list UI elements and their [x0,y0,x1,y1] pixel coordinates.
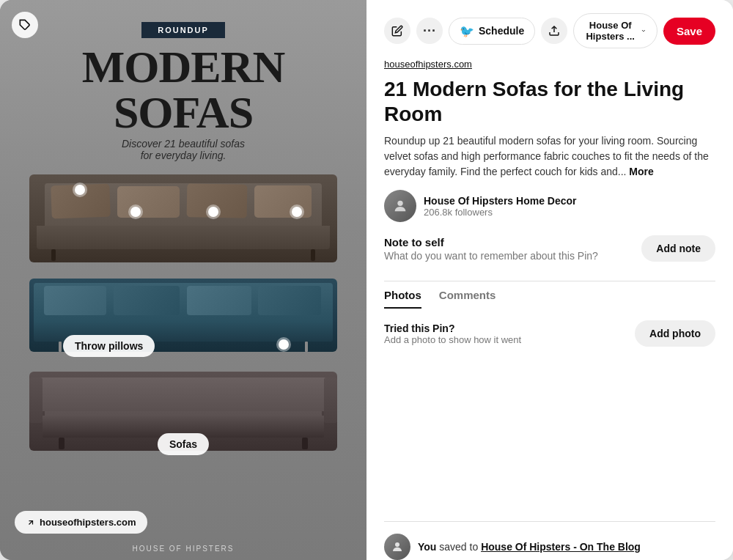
saved-avatar[interactable] [384,534,410,560]
sofas-label[interactable]: Sofas [158,433,209,455]
source-url[interactable]: houseofhipsters.com [384,59,715,70]
throw-pillows-label[interactable]: Throw pillows [63,335,155,357]
main-title: MODERN SOFAS [82,44,284,135]
pin-description: Roundup up 21 beautiful modern sofas for… [384,133,715,180]
add-photo-button[interactable]: Add photo [635,320,715,347]
hotspot-dot-5[interactable] [279,339,289,350]
right-panel: ··· 🐦 Schedule House Of Hipsters ... Sav… [366,0,733,560]
sofa-1-section [29,174,337,270]
saved-text: You saved to House Of Hipsters - On The … [418,541,641,553]
hotspot-dot-4[interactable] [292,207,302,217]
author-avatar[interactable] [384,190,416,222]
schedule-bird-icon: 🐦 [460,24,474,38]
saved-row: You saved to House Of Hipsters - On The … [384,521,715,560]
tried-text: Tried this Pin? Add a photo to show how … [384,323,521,345]
author-info: House Of Hipsters Home Decor 206.8k foll… [424,195,577,218]
subtitle: Discover 21 beautiful sofas for everyday… [122,138,245,161]
schedule-button[interactable]: 🐦 Schedule [449,18,535,45]
tabs-row: Photos Comments [384,289,715,309]
saved-board-link[interactable]: House Of Hipsters - On The Blog [481,541,641,553]
author-followers: 206.8k followers [424,207,577,218]
divider-1 [384,281,715,281]
author-name[interactable]: House Of Hipsters Home Decor [424,195,577,207]
sofa-3-section: Sofas [29,372,337,460]
source-link-bottom[interactable]: houseofhipsters.com [15,511,147,534]
schedule-label: Schedule [479,25,524,37]
svg-point-2 [397,201,402,206]
note-text: Note to self What do you want to remembe… [384,236,598,262]
note-title: Note to self [384,236,598,248]
author-row: House Of Hipsters Home Decor 206.8k foll… [384,190,715,222]
more-icon: ··· [423,23,436,39]
watermark: HOUSE OF HIPSTERS [132,545,234,553]
main-card: ROUNDUP MODERN SOFAS Discover 21 beautif… [0,0,733,560]
roundup-badge: ROUNDUP [141,22,225,38]
tab-comments[interactable]: Comments [439,289,496,309]
more-link[interactable]: More [629,166,653,177]
saved-prefix-text: saved to [439,541,478,553]
hotspot-dot-3[interactable] [208,207,218,217]
svg-point-3 [395,542,399,547]
tag-icon[interactable] [12,12,38,38]
tried-sub: Add a photo to show how it went [384,334,521,345]
note-row: Note to self What do you want to remembe… [384,235,715,262]
source-link-text: houseofhipsters.com [40,517,136,528]
pin-title: 21 Modern Sofas for the Living Room [384,77,715,126]
tried-title: Tried this Pin? [384,323,521,334]
board-selector[interactable]: House Of Hipsters ... [573,13,658,48]
note-prompt: What do you want to remember about this … [384,250,598,262]
saved-you: You [418,541,436,553]
upload-button[interactable] [541,18,567,44]
note-section: Note to self What do you want to remembe… [384,235,715,262]
save-button[interactable]: Save [663,18,715,45]
hotspot-dot-2[interactable] [130,207,141,217]
edit-button[interactable] [384,18,410,44]
toolbar: ··· 🐦 Schedule House Of Hipsters ... Sav… [384,13,715,48]
pin-content: ROUNDUP MODERN SOFAS Discover 21 beautif… [0,0,366,468]
sofa-2-section: Throw pillows [29,279,337,363]
board-selector-label: House Of Hipsters ... [584,20,636,42]
left-panel: ROUNDUP MODERN SOFAS Discover 21 beautif… [0,0,366,560]
tried-row: Tried this Pin? Add a photo to show how … [384,320,715,347]
add-note-button[interactable]: Add note [641,235,715,262]
tab-photos[interactable]: Photos [384,289,421,309]
more-button[interactable]: ··· [416,18,443,44]
hotspot-dot-1[interactable] [75,185,85,195]
